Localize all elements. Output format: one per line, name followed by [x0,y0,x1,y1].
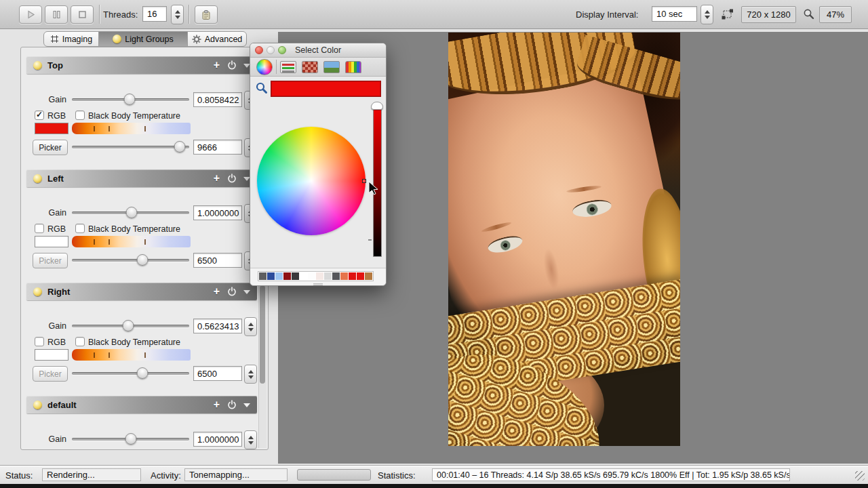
temperature-value-field[interactable]: 6500 [193,253,242,268]
render-stop-button[interactable] [71,5,94,24]
color-swatch[interactable] [332,272,340,280]
threads-stepper[interactable] [171,5,184,24]
power-icon[interactable] [227,400,237,409]
gain-value-field[interactable]: 1.0000000 [193,432,242,447]
threads-input[interactable]: 16 [142,6,167,22]
power-icon[interactable] [227,60,237,70]
color-swatch[interactable] [292,272,299,280]
slider-knob[interactable] [136,367,148,379]
display-interval-stepper[interactable] [701,5,713,24]
gain-slider[interactable] [72,432,189,447]
color-swatch[interactable] [365,272,372,280]
gain-slider[interactable] [72,205,189,220]
magnifier-picker-icon[interactable] [255,81,269,95]
collapse-arrow-icon[interactable] [243,290,250,294]
toolbar-divider [99,5,100,24]
add-group-button[interactable]: + [214,58,220,73]
bbt-checkbox[interactable] [75,337,85,346]
gain-stepper[interactable] [244,317,257,336]
color-wheel[interactable] [257,127,366,235]
add-group-button[interactable]: + [214,284,220,299]
slider-knob[interactable] [174,141,186,152]
slider-track [72,259,189,262]
zoom-level-field[interactable]: 47% [819,6,852,23]
gain-value-field[interactable]: 1.0000000 [193,205,242,220]
color-swatch[interactable] [316,272,323,280]
gain-slider[interactable] [72,92,189,107]
color-swatch[interactable] [349,272,356,280]
crayons-mode-icon[interactable] [345,61,361,73]
resolution-field[interactable]: 488 x 868 [741,6,796,23]
temperature-gradient-bar[interactable] [72,349,191,361]
add-group-button[interactable]: + [214,171,220,186]
group-name: Right [47,287,70,297]
tab-advanced[interactable]: Advanced [187,31,247,47]
color-swatch-box[interactable] [35,236,68,247]
picker-button[interactable]: Picker [33,253,68,268]
render-pause-button[interactable] [45,5,68,24]
temperature-gradient-bar[interactable] [72,123,191,134]
slider-knob[interactable] [123,320,134,331]
window-resize-grip[interactable] [855,471,865,481]
color-swatch[interactable] [300,272,307,280]
temperature-slider[interactable] [72,140,189,155]
gain-value-field[interactable]: 0.5623413 [193,319,242,333]
group-header[interactable]: Top + [26,56,257,74]
rgb-checkbox[interactable] [35,110,44,120]
collapse-arrow-icon[interactable] [243,403,250,407]
color-wheel-mode-icon[interactable] [256,59,273,75]
color-palettes-mode-icon[interactable] [302,61,318,73]
temperature-value-field[interactable]: 9666 [193,140,242,155]
zoom-button[interactable] [278,46,286,54]
copy-button[interactable] [195,5,218,24]
display-interval-input[interactable]: 10 sec [652,6,697,22]
group-header[interactable]: Right + [26,283,257,300]
temperature-slider[interactable] [72,366,189,381]
image-palettes-mode-icon[interactable] [323,61,340,73]
rgb-checkbox[interactable] [35,224,44,233]
slider-knob[interactable] [125,433,136,445]
picker-button[interactable]: Picker [33,140,68,155]
temperature-slider[interactable] [72,253,189,268]
color-wheel-marker[interactable] [362,179,366,183]
color-swatch[interactable] [283,272,291,280]
color-swatch[interactable] [267,272,275,280]
gain-stepper[interactable] [244,430,257,449]
color-swatch[interactable] [275,272,283,280]
brightness-slider-handle[interactable] [371,102,383,110]
color-swatch[interactable] [324,272,332,280]
temperature-gradient-bar[interactable] [72,236,191,247]
temperature-value-field[interactable]: 6500 [193,366,242,381]
rgb-checkbox[interactable] [35,337,44,346]
tab-light-groups[interactable]: Light Groups [98,31,188,47]
bbt-checkbox[interactable] [75,224,85,233]
add-group-button[interactable]: + [214,397,220,412]
close-button[interactable] [255,46,263,54]
power-icon[interactable] [227,174,237,183]
slider-knob[interactable] [136,254,148,266]
gain-value-field[interactable]: 0.8058422 [193,92,242,107]
slider-knob[interactable] [123,94,135,105]
color-swatch-box[interactable] [35,349,68,361]
color-sliders-mode-icon[interactable] [280,61,296,73]
resize-grip[interactable] [313,283,323,286]
group-header[interactable]: default + [26,396,257,413]
scrollbar-thumb[interactable] [260,285,265,384]
render-play-button[interactable] [19,5,42,24]
bbt-checkbox[interactable] [75,110,85,120]
gain-slider[interactable] [72,319,189,333]
tab-imaging[interactable]: Imaging [43,31,99,47]
slider-knob[interactable] [126,207,138,218]
display-interval-label: Display Interval: [576,0,638,28]
color-swatch[interactable] [308,272,315,280]
power-icon[interactable] [227,287,237,296]
minimize-button[interactable] [267,46,275,54]
color-swatch[interactable] [259,272,267,280]
color-swatch-box[interactable] [35,123,68,134]
color-swatch[interactable] [357,272,364,280]
temperature-stepper[interactable] [244,365,257,384]
color-swatch[interactable] [340,272,348,280]
dialog-titlebar[interactable]: Select Color [250,43,386,58]
group-header[interactable]: Left + [26,169,257,187]
picker-button[interactable]: Picker [33,366,68,382]
